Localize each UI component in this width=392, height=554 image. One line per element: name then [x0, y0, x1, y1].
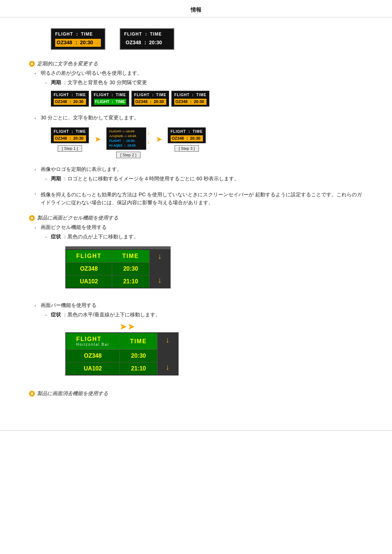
- flight-box-1: FLIGHT ： TIME OZ348 ： 20:30: [51, 28, 105, 50]
- section-periodic-color: 定期的に文字色を変更する ・ 明るさの差が少ない明るい色を使用します。 － 周期…: [29, 61, 363, 107]
- pixel-table: FLIGHT TIME ↓ OZ348 20:30 UA102: [65, 249, 171, 288]
- orange-dot-icon-1: [29, 61, 35, 67]
- sub-label-cycle1: 周期: [51, 79, 61, 85]
- hbar-sub-label: Horizontal Bar: [76, 342, 109, 346]
- flight-box-1-header: FLIGHT ： TIME: [55, 31, 101, 37]
- section-pixel-heading: 製品に画面ピクセル機能を使用する ・ 画面ピクセル機能を使用する － 症状 ：黒…: [29, 215, 363, 295]
- step1-arrow-icon: ➤: [94, 135, 101, 144]
- demo-box-4: FLIGHT ： TIME OZ348 ： 20:30: [171, 91, 209, 107]
- bullet-pixel: ・ 画面ピクセル機能を使用する: [29, 224, 363, 231]
- orange-dot-icon-2: [29, 215, 35, 221]
- pixel-table-right-arrow-2: ↓: [151, 275, 168, 285]
- main-content: FLIGHT ： TIME OZ348 ： 20:30 FLIGHT ： TIM…: [0, 17, 392, 419]
- pixel-table-right-arrow: ↓: [151, 251, 168, 261]
- sub-cycle-1: － 周期 ：文字色と背景色を 30 分間隔で変更: [29, 79, 363, 86]
- hbar-row2-flight: UA102: [66, 362, 120, 376]
- section-screensaver: ・ 残像を抑えるのにもっとも効果的な方法は PC を使用していないときにスクリー…: [29, 190, 363, 207]
- step2-arrow-down-1: ↓: [147, 129, 150, 136]
- section-logo: ・ 画像やロゴを定期的に表示します。 － 周期 ：ロゴとともに移動するイメージを…: [29, 166, 363, 182]
- step-3-box: FLIGHT ： TIME OZ348 ： 20:30 [ Step 3 ]: [168, 127, 206, 152]
- hbar-right-arrow-2: ↓: [159, 362, 176, 372]
- flight-box-2-data: OZ348 ： 20:30: [124, 39, 170, 47]
- bullet-screensaver: ・ 残像を抑えるのにもっとも効果的な方法は PC を使用していないときにスクリー…: [29, 190, 363, 207]
- pixel-table-row1-time: 20:30: [112, 263, 149, 275]
- orange-heading-3: 製品に画面消去機能を使用する: [29, 390, 363, 397]
- step-1-box: FLIGHT ： TIME OZ348 ： 20:30 [ Step 1 ]: [51, 127, 89, 152]
- hbar-flight-label: FLIGHT: [76, 336, 102, 342]
- hbar-arrow-right-1: ➤: [120, 322, 126, 332]
- demo-box-1: FLIGHT ： TIME OZ348 ： 20:30: [51, 91, 89, 107]
- bullet-dot-1: ・: [33, 71, 38, 77]
- pixel-table-row1-flight: OZ348: [66, 263, 112, 275]
- pixel-dots-top: ········································…: [65, 246, 171, 249]
- pixel-table-header-time: TIME: [112, 250, 149, 263]
- hbar-row1-flight: OZ348: [66, 350, 120, 362]
- pixel-table-header-flight: FLIGHT: [66, 250, 112, 263]
- steps-row: FLIGHT ： TIME OZ348 ： 20:30 [ Step 1 ] ➤…: [29, 127, 363, 158]
- hbar-row2-time: 21:10: [120, 362, 157, 376]
- hbar-table-header-flight: FLIGHT Horizontal Bar: [66, 333, 120, 350]
- orange-dot-icon-3: [29, 391, 35, 397]
- step2-display: FLIGHT ： 16:00AAQN2E ： 19:35 FLIGHT ： 19…: [106, 127, 146, 150]
- top-displays: FLIGHT ： TIME OZ348 ： 20:30 FLIGHT ： TIM…: [29, 28, 363, 50]
- step3-label: [ Step 3 ]: [175, 145, 199, 152]
- page-footer: [0, 430, 392, 438]
- step2-arrow-icon: ➤: [156, 135, 162, 144]
- orange-heading-1: 定期的に文字色を変更する: [29, 61, 363, 67]
- hbar-table-header-time: TIME: [120, 333, 157, 350]
- step1-label: [ Step 1 ]: [58, 145, 82, 152]
- demo-box-2: FLIGHT ： TIME FLIGHT ： TIME: [91, 91, 129, 107]
- hbar-right-arrow-1: ↓: [159, 335, 176, 345]
- section-screen-clear-heading: 製品に画面消去機能を使用する: [29, 390, 363, 397]
- sub-cycle-logo: － 周期 ：ロゴとともに移動するイメージを 4 時間使用するごとに 60 秒表示…: [29, 176, 363, 182]
- pixel-table-row2-flight: UA102: [66, 275, 112, 288]
- pixel-table-row2-time: 21:10: [112, 275, 149, 288]
- step2-label: [ Step 2 ]: [116, 152, 140, 158]
- sub-symptom-pixel: － 症状 ：黒色の点が上下に移動します。: [29, 234, 363, 241]
- step3-display: FLIGHT ： TIME OZ348 ： 20:30: [168, 127, 206, 143]
- demo-box-3: FLIGHT ： TIME OZ348 ： 20:30: [131, 91, 170, 107]
- bullet-brightness: ・ 明るさの差が少ない明るい色を使用します。: [29, 70, 363, 77]
- sub-label-cycle-logo: 周期: [51, 176, 61, 181]
- bullet-logo: ・ 画像やロゴを定期的に表示します。: [29, 166, 363, 173]
- flight-box-2-header: FLIGHT ： TIME: [124, 31, 170, 37]
- bullet-hbar: ・ 画面バー機能を使用する: [29, 302, 363, 309]
- hbar-arrows-above: ➤ ➤: [65, 322, 363, 332]
- sub-label-symptom2: 症状: [51, 312, 61, 317]
- hbar-row1-time: 20:30: [120, 350, 157, 362]
- flight-box-2: FLIGHT ： TIME OZ348 ： 20:30: [120, 28, 174, 50]
- hbar-arrow-right-2: ➤: [128, 322, 134, 332]
- step1-display: FLIGHT ： TIME OZ348 ： 20:30: [51, 127, 89, 143]
- section-hbar: ・ 画面バー機能を使用する － 症状 ：黒色の水平/垂直線が上下に移動します。 …: [29, 302, 363, 382]
- step2-arrow-down-2: ↓: [147, 138, 150, 145]
- demo-boxes-row: FLIGHT ： TIME OZ348 ： 20:30 FLIGHT ： TIM…: [29, 91, 363, 107]
- sub-label-symptom1: 症状: [51, 234, 61, 239]
- page-title: 情報: [0, 0, 392, 17]
- orange-heading-2: 製品に画面ピクセル機能を使用する: [29, 215, 363, 221]
- sub-symptom-hbar: － 症状 ：黒色の水平/垂直線が上下に移動します。: [29, 312, 363, 319]
- step-2-box: FLIGHT ： 16:00AAQN2E ： 19:35 FLIGHT ： 19…: [106, 127, 150, 158]
- section-30min: ・ 30 分ごとに、文字を動かして変更します。 FLIGHT ： TIME OZ…: [29, 115, 363, 158]
- bullet-30min: ・ 30 分ごとに、文字を動かして変更します。: [29, 115, 363, 122]
- hbar-table: FLIGHT Horizontal Bar TIME ↓ OZ348 20:30: [65, 332, 179, 376]
- header-title-text: 情報: [191, 7, 201, 13]
- flight-box-1-data: OZ348 ： 20:30: [55, 39, 101, 47]
